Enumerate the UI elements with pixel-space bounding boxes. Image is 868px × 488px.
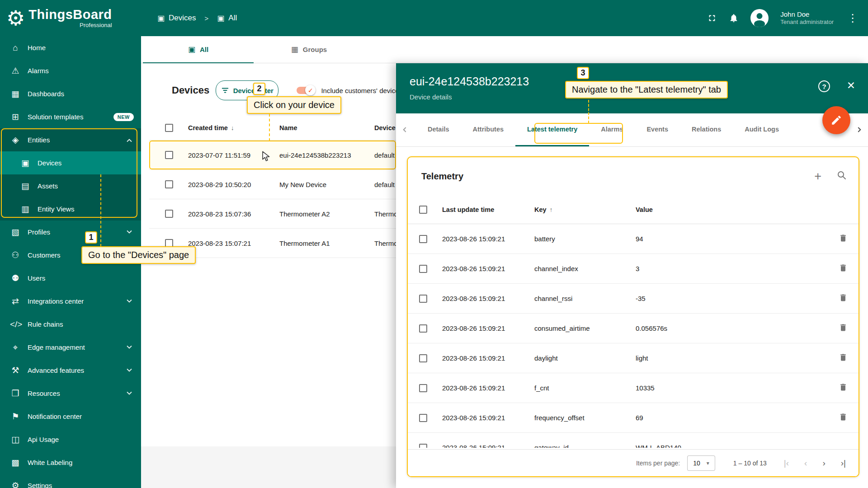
content-background [141,446,396,488]
telemetry-row[interactable]: 2023-08-26 15:09:21 frequency_offset 69 [408,403,859,433]
row-checkbox[interactable] [165,239,173,247]
telemetry-row[interactable]: 2023-08-26 15:09:21 consumed_airtime 0.0… [408,314,859,343]
sidebar-item-entity-views[interactable]: ▥ Entity Views [0,197,141,221]
telemetry-key: f_cnt [534,384,636,392]
edit-fab-button[interactable] [822,106,850,134]
device-row[interactable]: 2023-08-29 10:50:20 My New Device defaul… [149,170,396,199]
delete-telemetry-button[interactable] [839,323,848,333]
sort-asc-icon[interactable]: ↑ [550,206,553,213]
notifications-button[interactable] [729,13,739,23]
row-checkbox[interactable] [165,210,173,218]
integrations-center-icon: ⇄ [10,296,21,306]
telemetry-time: 2023-08-26 15:09:21 [442,444,534,448]
column-name[interactable]: Name [279,124,374,131]
telemetry-row[interactable]: 2023-08-26 15:09:21 f_cnt 10335 [408,373,859,403]
device-row[interactable]: 2023-07-07 11:51:59 eui-24e124538b223213… [149,141,396,170]
sidebar-item-assets[interactable]: ▤ Assets [0,174,141,197]
telemetry-card-header: Telemetry + [408,157,859,195]
first-page-button[interactable]: |‹ [784,458,789,468]
sidebar-item-users[interactable]: ⚉ Users [0,267,141,290]
sidebar-item-settings[interactable]: ⚙ Settings [0,474,141,488]
add-telemetry-button[interactable]: + [814,170,821,183]
select-all-checkbox[interactable] [419,206,427,214]
tab-groups[interactable]: ▦ Groups [254,36,364,63]
sidebar-item-solution-templates[interactable]: ⊞ Solution templates NEW [0,105,141,128]
row-checkbox[interactable] [419,384,427,392]
panel-tab-events[interactable]: Events [635,113,680,146]
sidebar-item-advanced-features[interactable]: ⚒ Advanced features [0,359,141,382]
telemetry-row-partial[interactable]: 2023-08-26 15:09:21 gateway_id WM-L-ABD1… [408,433,859,448]
telemetry-row[interactable]: 2023-08-26 15:09:21 channel_index 3 [408,254,859,284]
delete-telemetry-button[interactable] [839,383,848,393]
sidebar-item-alarms[interactable]: ⚠ Alarms [0,59,141,82]
devices-icon: ▣ [20,158,31,168]
row-checkbox[interactable] [419,235,427,243]
telemetry-row[interactable]: 2023-08-26 15:09:21 daylight light [408,343,859,373]
device-name: eui-24e124538b223213 [279,151,374,159]
panel-tab-relations[interactable]: Relations [680,113,733,146]
sidebar-item-customers[interactable]: ⚇ Customers [0,244,141,267]
row-checkbox[interactable] [419,295,427,303]
sidebar-item-edge-management[interactable]: ⌖ Edge management [0,336,141,359]
delete-telemetry-button[interactable] [839,234,848,244]
telemetry-row[interactable]: 2023-08-26 15:09:21 battery 94 [408,224,859,254]
sidebar-item-integrations-center[interactable]: ⇄ Integrations center [0,290,141,313]
pencil-icon [830,114,842,126]
panel-tab-audit-logs[interactable]: Audit Logs [733,113,791,146]
row-checkbox[interactable] [419,414,427,422]
sidebar-item-resources[interactable]: ❒ Resources [0,382,141,405]
sidebar-item-dashboards[interactable]: ▦ Dashboards [0,82,141,105]
notification-center-icon: ⚑ [10,411,21,422]
row-checkbox[interactable] [165,180,173,188]
panel-tab-details[interactable]: Details [416,113,461,146]
sidebar-item-entities[interactable]: ◈ Entities [0,128,141,151]
column-last-update-time[interactable]: Last update time [442,206,534,213]
row-checkbox[interactable] [419,444,427,448]
include-customers-toggle[interactable]: ✓ [297,86,315,94]
delete-telemetry-button[interactable] [839,293,848,304]
sidebar-item-rule-chains[interactable]: </> Rule chains [0,313,141,336]
row-checkbox[interactable] [419,354,427,362]
panel-tab-label: Audit Logs [745,126,779,133]
telemetry-row[interactable]: 2023-08-26 15:09:21 channel_rssi -35 [408,284,859,314]
sidebar-item-devices[interactable]: ▣ Devices [0,151,141,174]
tabs-scroll-right-button[interactable] [849,113,868,146]
breadcrumb-devices[interactable]: Devices [169,14,196,23]
delete-telemetry-button[interactable] [839,413,848,423]
last-page-button[interactable]: ›| [841,458,846,468]
sort-desc-icon[interactable]: ↓ [231,124,234,131]
tabs-scroll-left-button[interactable] [396,113,415,146]
panel-tab-latest-telemetry[interactable]: Latest telemetry [515,113,589,146]
help-button[interactable]: ? [818,80,830,92]
sidebar-item-home[interactable]: ⌂ Home [0,36,141,59]
column-device-profile[interactable]: Device profile [374,124,396,131]
delete-telemetry-button[interactable] [839,263,848,274]
app-logo[interactable]: ⚙ ThingsBoard Professional [0,8,141,28]
device-row[interactable]: 2023-08-23 15:07:21 Thermometer A1 Therm… [149,229,396,258]
more-menu-button[interactable]: ⋮ [845,12,860,24]
close-button[interactable]: ✕ [847,80,855,92]
sidebar-item-notification-center[interactable]: ⚑ Notification center [0,405,141,428]
row-checkbox[interactable] [419,324,427,333]
search-button[interactable] [837,170,847,182]
fullscreen-button[interactable] [707,13,717,23]
column-value[interactable]: Value [636,206,830,213]
items-per-page-select[interactable]: 10 ▾ [687,455,715,471]
panel-tab-attributes[interactable]: Attributes [461,113,515,146]
device-filter-button[interactable]: Device Filter [216,80,278,100]
row-checkbox[interactable] [165,151,173,159]
previous-page-button[interactable]: ‹ [804,458,807,468]
sidebar-item-white-labeling[interactable]: ▩ White Labeling [0,451,141,474]
select-all-checkbox[interactable] [165,124,173,132]
sidebar-item-profiles[interactable]: ▧ Profiles [0,221,141,244]
device-row[interactable]: 2023-08-23 15:07:36 Thermometer A2 Therm… [149,199,396,229]
tab-all[interactable]: ▣ All [143,36,254,63]
delete-telemetry-button[interactable] [839,353,848,363]
row-checkbox[interactable] [419,265,427,273]
user-avatar[interactable] [750,9,769,27]
breadcrumb-all[interactable]: All [228,14,237,23]
solution-templates-icon: ⊞ [10,112,21,122]
panel-tab-alarms[interactable]: Alarms [589,113,635,146]
next-page-button[interactable]: › [822,458,825,468]
sidebar-item-api-usage[interactable]: ◫ Api Usage [0,428,141,451]
